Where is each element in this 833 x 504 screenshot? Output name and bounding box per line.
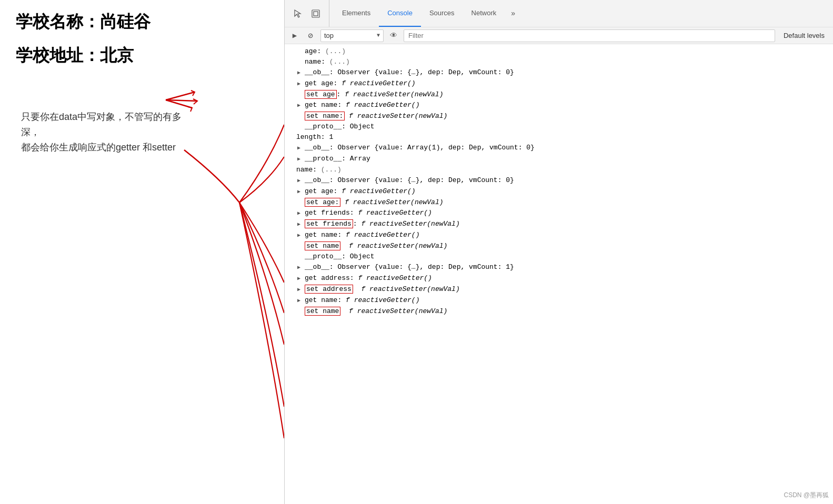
console-line: get name: f reactiveGetter() xyxy=(285,295,833,306)
console-line: __ob__: Observer {value: Array(1), dep: … xyxy=(285,143,833,154)
inspect-icon[interactable] xyxy=(309,7,323,21)
default-levels[interactable]: Default levels xyxy=(779,32,829,39)
tab-console[interactable]: Console xyxy=(379,0,421,27)
console-line: get name: f reactiveGetter() xyxy=(285,100,833,111)
tab-sources[interactable]: Sources xyxy=(421,0,463,27)
tab-more[interactable]: » xyxy=(505,0,521,27)
annotation-text: 只要你在data中写对象，不管写的有多深， 都会给你生成响应式的getter 和… xyxy=(21,109,189,155)
expand-arrow[interactable] xyxy=(297,285,305,295)
console-line: set address f reactiveSetter(newVal) xyxy=(285,284,833,295)
school-address: 学校地址：北京 xyxy=(16,44,268,67)
console-line: __proto__: Object xyxy=(285,122,833,132)
dropdown-arrow-icon: ▼ xyxy=(377,33,380,38)
set-address-highlight: set address xyxy=(305,285,353,294)
expand-arrow[interactable] xyxy=(297,101,305,110)
svg-line-0 xyxy=(166,92,195,100)
devtools-icons xyxy=(285,0,329,27)
console-line: set age: f reactiveSetter(newVal) xyxy=(285,89,833,100)
expand-arrow[interactable] xyxy=(297,231,305,240)
cursor-icon[interactable] xyxy=(291,7,305,21)
expand-arrow[interactable] xyxy=(297,296,305,306)
svg-rect-3 xyxy=(312,10,319,17)
console-line: __proto__: Array xyxy=(285,154,833,165)
console-line: name: (...) xyxy=(285,57,833,67)
console-line: get address: f reactiveGetter() xyxy=(285,273,833,284)
context-select[interactable]: top ▼ xyxy=(320,29,384,42)
context-value: top xyxy=(324,32,334,39)
school-name: 学校名称：尚硅谷 xyxy=(16,11,268,34)
expand-arrow[interactable] xyxy=(297,209,305,218)
console-line: __ob__: Observer {value: {…}, dep: Dep, … xyxy=(285,175,833,186)
svg-line-2 xyxy=(166,100,192,108)
devtools-panel: Elements Console Sources Network » ▶ ⊘ t… xyxy=(284,0,833,504)
filter-input[interactable] xyxy=(404,29,775,42)
console-line: __proto__: Object xyxy=(285,251,833,262)
play-icon[interactable]: ▶ xyxy=(289,30,300,42)
expand-arrow[interactable] xyxy=(297,274,305,284)
console-output: age: (...) name: (...) __ob__: Observer … xyxy=(285,44,833,504)
console-line: get age: f reactiveGetter() xyxy=(285,186,833,197)
console-line: get age: f reactiveGetter() xyxy=(285,78,833,89)
console-line: __ob__: Observer {value: {…}, dep: Dep, … xyxy=(285,262,833,273)
console-line: set name f reactiveSetter(newVal) xyxy=(285,241,833,251)
expand-arrow[interactable] xyxy=(297,263,305,273)
set-name-highlight: set name: xyxy=(305,112,345,120)
console-line: length: 1 xyxy=(285,132,833,143)
console-line: get name: f reactiveGetter() xyxy=(285,230,833,241)
tab-network[interactable]: Network xyxy=(463,0,505,27)
svg-rect-4 xyxy=(314,12,318,16)
console-line: get friends: f reactiveGetter() xyxy=(285,208,833,219)
console-line: age: (...) xyxy=(285,46,833,57)
expand-arrow[interactable] xyxy=(297,155,305,164)
console-line: __ob__: Observer {value: {…}, dep: Dep, … xyxy=(285,67,833,78)
expand-arrow[interactable] xyxy=(297,220,305,229)
eye-icon[interactable]: 👁 xyxy=(388,30,399,42)
arrow-canvas xyxy=(0,0,284,504)
devtools-toolbar2: ▶ ⊘ top ▼ 👁 Default levels xyxy=(285,27,833,44)
watermark: CSDN @墨再狐 xyxy=(784,491,829,500)
console-line: set name: f reactiveSetter(newVal) xyxy=(285,111,833,122)
console-line: set friends: f reactiveSetter(newVal) xyxy=(285,219,833,230)
left-panel: 学校名称：尚硅谷 学校地址：北京 只要你在data中写对象，不管写的有多深， 都… xyxy=(0,0,284,504)
expand-arrow[interactable] xyxy=(297,176,305,186)
set-name2-highlight: set name xyxy=(305,241,340,250)
devtools-tabs: Elements Console Sources Network » xyxy=(329,0,521,27)
tab-elements[interactable]: Elements xyxy=(334,0,379,27)
set-age-highlight: set age xyxy=(305,90,337,99)
expand-arrow[interactable] xyxy=(297,68,305,78)
set-name3-highlight: set name xyxy=(305,307,340,316)
console-line: name: (...) xyxy=(285,165,833,175)
console-line: set name f reactiveSetter(newVal) xyxy=(285,306,833,317)
svg-line-1 xyxy=(166,100,197,101)
console-line: set age: f reactiveSetter(newVal) xyxy=(285,197,833,208)
expand-arrow[interactable] xyxy=(297,79,305,89)
set-friends-highlight: set friends xyxy=(305,219,353,228)
devtools-toolbar: Elements Console Sources Network » xyxy=(285,0,833,27)
expand-arrow[interactable] xyxy=(297,187,305,197)
block-icon[interactable]: ⊘ xyxy=(305,30,316,42)
set-age2-highlight: set age: xyxy=(305,198,340,207)
expand-arrow[interactable] xyxy=(297,144,305,153)
